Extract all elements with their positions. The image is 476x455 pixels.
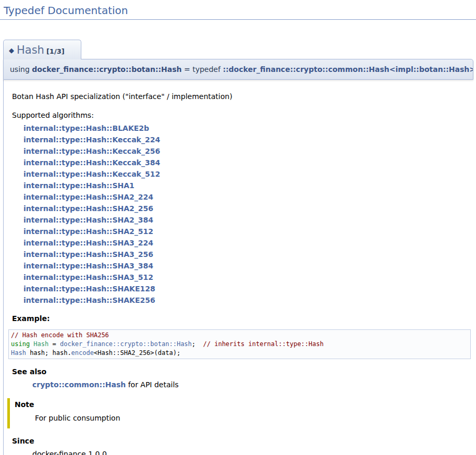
algorithm-link[interactable]: internal::type::Hash::SHA3_224 <box>23 237 153 249</box>
decl-member-name: docker_finance::crypto::botan::Hash <box>32 65 181 73</box>
page-title: Typedef Documentation <box>0 0 476 20</box>
code-symbol-link[interactable]: encode <box>71 349 94 356</box>
since-section: Since docker-finance 1.0.0 <box>12 436 471 455</box>
algorithm-link-list: internal::type::Hash::BLAKE2binternal::t… <box>23 122 471 306</box>
member-documentation: Botan Hash API specialization ("interfac… <box>3 80 476 455</box>
algorithm-link[interactable]: internal::type::Hash::SHA2_384 <box>23 214 153 226</box>
see-also-link[interactable]: crypto::common::Hash <box>32 380 126 389</box>
algorithm-link[interactable]: internal::type::Hash::SHA2_256 <box>23 203 153 214</box>
see-also-content: crypto::common::Hash for API details <box>32 379 471 390</box>
code-token-typename: Hash <box>33 340 48 348</box>
code-token-comment: // inherits internal::type::Hash <box>203 340 324 348</box>
algorithm-link[interactable]: internal::type::Hash::SHA2_512 <box>23 226 153 237</box>
see-also-section: See also crypto::common::Hash for API de… <box>12 366 471 390</box>
algorithm-link[interactable]: internal::type::Hash::Keccak_512 <box>23 168 160 180</box>
member-tab-index: [1/3] <box>46 47 65 55</box>
example-heading: Example: <box>12 313 471 324</box>
code-line: using Hash = docker_finance::crypto::bot… <box>11 340 468 349</box>
code-symbol-link[interactable]: Hash <box>11 349 26 356</box>
permalink-diamond-icon[interactable]: ◆ <box>9 46 14 54</box>
typedef-documentation-page: Typedef Documentation ◆Hash[1/3] using d… <box>0 0 476 455</box>
note-text: For public consumption <box>35 413 471 423</box>
algorithms-label: Supported algorithms: <box>12 110 471 120</box>
member-tab[interactable]: ◆Hash[1/3] <box>3 40 81 59</box>
code-token-comment: // Hash encode with SHA256 <box>11 331 109 339</box>
algorithm-link[interactable]: internal::type::Hash::SHA1 <box>23 180 135 191</box>
example-code-container: // Hash encode with SHA256using Hash = d… <box>8 329 471 359</box>
since-heading: Since <box>12 436 471 446</box>
member-hash-block: ◆Hash[1/3] using docker_finance::crypto:… <box>3 40 476 455</box>
algorithm-link[interactable]: internal::type::Hash::SHA3_384 <box>23 260 153 272</box>
algorithm-link[interactable]: internal::type::Hash::SHA3_512 <box>23 272 153 283</box>
code-token-plain: ; <box>192 340 203 348</box>
decl-equals-typedef: = typedef <box>182 65 223 73</box>
see-also-heading: See also <box>12 366 471 377</box>
code-token-plain: = <box>48 340 60 348</box>
member-brief-description: Botan Hash API specialization ("interfac… <box>12 91 471 102</box>
member-declaration: using docker_finance::crypto::botan::Has… <box>3 59 473 80</box>
algorithm-link[interactable]: internal::type::Hash::Keccak_384 <box>23 157 160 168</box>
algorithm-link[interactable]: internal::type::Hash::BLAKE2b <box>23 122 149 134</box>
algorithm-link[interactable]: internal::type::Hash::SHAKE256 <box>23 294 155 306</box>
example-code-block: // Hash encode with SHA256using Hash = d… <box>8 329 471 359</box>
code-token-keyword: using <box>11 340 30 348</box>
see-also-text: for API details <box>126 380 178 389</box>
code-symbol-link[interactable]: docker_finance::crypto::botan::Hash <box>60 340 192 348</box>
decl-using-keyword: using <box>10 65 32 73</box>
code-line: // Hash encode with SHA256 <box>11 331 468 340</box>
algorithm-link[interactable]: internal::type::Hash::Keccak_256 <box>23 145 160 157</box>
algorithm-link[interactable]: internal::type::Hash::Keccak_224 <box>23 134 160 145</box>
code-token-plain: hash; hash. <box>26 349 71 356</box>
decl-target-type-link[interactable]: ::docker_finance::crypto::common::Hash<i… <box>223 65 473 73</box>
note-section: Note For public consumption <box>7 398 471 428</box>
code-token-plain: <Hash::SHA2_256>(data); <box>94 349 180 356</box>
example-section: Example: // Hash encode with SHA256using… <box>12 313 471 359</box>
algorithm-link[interactable]: internal::type::Hash::SHA3_256 <box>23 249 153 260</box>
member-tab-title: Hash <box>17 44 44 56</box>
note-heading: Note <box>15 399 471 410</box>
code-line: Hash hash; hash.encode<Hash::SHA2_256>(d… <box>11 349 468 358</box>
algorithm-link[interactable]: internal::type::Hash::SHAKE128 <box>23 283 155 294</box>
algorithm-link[interactable]: internal::type::Hash::SHA2_224 <box>23 191 153 203</box>
since-text: docker-finance 1.0.0 <box>32 449 471 455</box>
